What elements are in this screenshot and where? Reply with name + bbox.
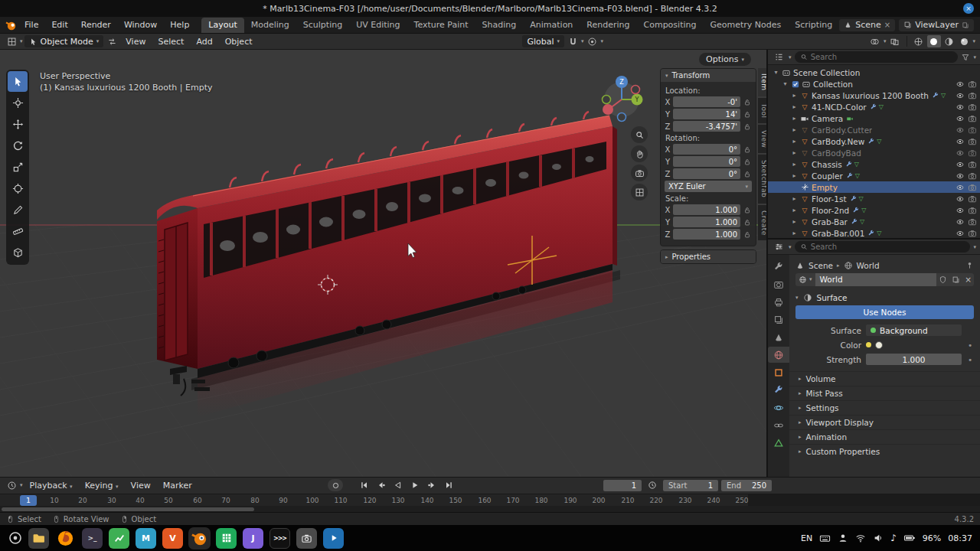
scene-unlink-icon[interactable]: × <box>884 21 890 29</box>
properties-search[interactable] <box>795 241 971 253</box>
disable-render-icon[interactable] <box>968 80 977 89</box>
checkbox-icon[interactable] <box>791 80 800 89</box>
properties-subpanel-header[interactable]: ▸ Properties <box>661 250 756 263</box>
outliner-item[interactable]: ▸▽Chassis▽ <box>768 158 980 170</box>
timeline-ruler[interactable]: 1 10 20 30 40 50 60 70 80 90 100 110 120… <box>0 494 980 507</box>
workspace-tab-shading[interactable]: Shading <box>475 18 524 33</box>
frame-start-field[interactable]: Start1 <box>663 480 718 491</box>
show-overlays-button[interactable] <box>868 35 882 47</box>
lock-icon[interactable] <box>743 110 752 119</box>
next-keyframe-button[interactable] <box>424 479 439 491</box>
network-icon[interactable] <box>855 533 866 543</box>
workspace-tab-layout[interactable]: Layout <box>201 18 243 33</box>
battery-icon[interactable] <box>903 532 916 544</box>
xray-toggle-button[interactable] <box>888 35 902 47</box>
menu-keying[interactable]: Keying ▾ <box>80 481 124 491</box>
annotate-tool[interactable] <box>8 200 28 220</box>
tab-physics[interactable] <box>768 399 789 416</box>
menu-edit[interactable]: Edit <box>45 20 74 30</box>
scene-selector[interactable]: Scene × <box>839 19 895 31</box>
world-name-field[interactable]: World <box>815 273 937 286</box>
disable-render-icon[interactable] <box>968 114 977 123</box>
animate-dot-icon[interactable]: • <box>966 341 974 350</box>
menu-select[interactable]: Select <box>152 37 189 47</box>
menu-marker[interactable]: Marker <box>158 481 198 491</box>
lock-icon[interactable] <box>743 230 752 239</box>
hide-eye-icon[interactable] <box>956 160 965 169</box>
workspace-tab-geometry-nodes[interactable]: Geometry Nodes <box>703 18 788 33</box>
outliner-item[interactable]: ▸▽CarBody.New▽ <box>768 135 980 147</box>
transform-panel-header[interactable]: ▾ Transform <box>661 69 756 82</box>
panel-mist-pass[interactable]: ▸Mist Pass <box>789 386 980 400</box>
screenshot-tool-icon[interactable] <box>296 528 317 549</box>
use-preview-range-button[interactable] <box>645 479 660 491</box>
tab-view-layer[interactable] <box>768 311 789 328</box>
filter-icon[interactable] <box>961 53 970 62</box>
menu-window[interactable]: Window <box>118 20 163 30</box>
disable-render-icon[interactable] <box>968 229 977 238</box>
files-app-icon[interactable] <box>28 528 49 549</box>
menu-object[interactable]: Object <box>220 37 258 47</box>
location-x-field[interactable]: -0' <box>673 96 740 107</box>
workspace-tab-scripting[interactable]: Scripting <box>788 18 839 33</box>
expand-chevron-icon[interactable]: ▾ <box>780 80 790 87</box>
terminal-icon[interactable]: >_ <box>82 528 103 549</box>
playhead[interactable]: 1 <box>20 495 37 506</box>
shading-solid-button[interactable] <box>927 35 941 47</box>
workspace-tab-compositing[interactable]: Compositing <box>637 18 704 33</box>
unlink-button[interactable]: × <box>962 273 974 286</box>
rotation-z-field[interactable]: 0° <box>673 168 740 179</box>
jump-to-end-button[interactable] <box>441 479 456 491</box>
breadcrumb-world[interactable]: World <box>857 261 880 270</box>
auto-keying-button[interactable] <box>328 479 343 491</box>
panel-settings[interactable]: ▸Settings <box>789 400 980 415</box>
disable-render-icon[interactable] <box>968 160 977 169</box>
outliner-item-selected[interactable]: Empty <box>768 181 980 193</box>
hide-eye-icon[interactable] <box>956 229 965 238</box>
options-chevron-icon[interactable]: ▾ <box>973 244 976 250</box>
disable-render-icon[interactable] <box>968 206 977 215</box>
rotate-tool[interactable] <box>8 135 28 156</box>
python-console-icon[interactable]: >>> <box>270 528 290 549</box>
timeline-scrollbar[interactable] <box>0 506 980 512</box>
shading-wireframe-button[interactable] <box>912 35 926 47</box>
panel-custom-properties[interactable]: ▸Custom Properties <box>789 444 980 458</box>
panel-volume[interactable]: ▸Volume <box>789 371 980 386</box>
disable-render-icon[interactable] <box>968 103 977 112</box>
expand-chevron-icon[interactable]: ▸ <box>789 115 799 122</box>
menu-render[interactable]: Render <box>75 20 117 30</box>
ide-icon[interactable]: J <box>243 528 263 549</box>
hide-eye-icon[interactable] <box>956 114 965 123</box>
disable-render-icon[interactable] <box>968 183 977 192</box>
editor-type-button[interactable] <box>5 35 18 47</box>
lock-icon[interactable] <box>743 170 752 178</box>
menu-view-timeline[interactable]: View <box>126 481 156 491</box>
menu-view[interactable]: View <box>120 37 151 47</box>
sidebar-tab-sketchfab[interactable]: Sketchfab <box>758 155 768 203</box>
train-model[interactable] <box>157 112 620 417</box>
lock-icon[interactable] <box>743 145 752 154</box>
zoom-button[interactable] <box>631 126 648 143</box>
prev-keyframe-button[interactable] <box>374 479 389 491</box>
keyboard-language[interactable]: EN <box>801 533 812 543</box>
hide-eye-icon[interactable] <box>956 183 965 192</box>
expand-chevron-icon[interactable]: ▸ <box>789 195 799 202</box>
user-icon[interactable] <box>838 533 848 543</box>
select-box-tool[interactable] <box>8 71 28 92</box>
pin-icon[interactable] <box>965 261 974 269</box>
snap-chevron-icon[interactable]: ▾ <box>581 38 584 44</box>
tab-world[interactable] <box>768 347 789 363</box>
workspace-tab-uv-editing[interactable]: UV Editing <box>349 18 407 33</box>
disable-render-icon[interactable] <box>968 137 977 146</box>
workspace-tab-sculpting[interactable]: Sculpting <box>296 18 349 33</box>
add-cube-tool[interactable] <box>8 243 28 263</box>
tab-scene[interactable] <box>768 329 789 345</box>
rotation-mode-dropdown[interactable]: XYZ Euler▾ <box>665 181 752 192</box>
expand-chevron-icon[interactable]: ▸ <box>789 138 799 145</box>
workspace-tab-animation[interactable]: Animation <box>523 18 580 33</box>
3d-viewport-canvas[interactable] <box>0 50 768 477</box>
window-close-button[interactable]: × <box>963 3 974 14</box>
use-nodes-button[interactable]: Use Nodes <box>795 305 974 319</box>
hide-eye-icon[interactable] <box>956 171 965 181</box>
hide-eye-icon[interactable] <box>956 206 965 215</box>
